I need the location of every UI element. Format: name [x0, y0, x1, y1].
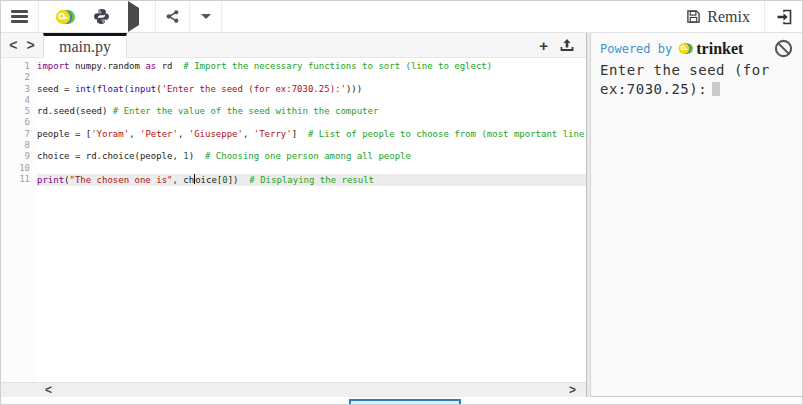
main-split: < > main.py + — [1, 33, 802, 397]
tab-next-button[interactable]: > — [27, 38, 35, 52]
trinket-brand-link[interactable]: trinket — [696, 40, 743, 58]
line-number: 9 — [1, 151, 30, 162]
upload-file-button[interactable] — [560, 38, 574, 52]
play-icon — [128, 1, 139, 32]
line-number-gutter: 1234567891011 — [1, 58, 37, 382]
tab-bar: < > main.py + — [1, 33, 586, 58]
line-number: 2 — [1, 72, 30, 83]
signin-button[interactable] — [764, 1, 802, 32]
powered-by-link[interactable]: Powered by — [600, 42, 672, 56]
code-line[interactable]: print("The chosen one is", choice[0]) # … — [37, 174, 586, 186]
line-number: 11 — [1, 174, 30, 185]
code-token: rd — [156, 61, 183, 71]
line-number: 4 — [1, 95, 30, 106]
code-token: 'Giuseppe' — [189, 129, 243, 139]
toolbar-spacer — [222, 1, 672, 32]
line-number: 3 — [1, 84, 30, 95]
trinket-embed-frame: Remix < > main.py — [0, 0, 803, 405]
code-token: oice[ — [195, 175, 222, 185]
code-token: # Enter the value of the seed within the… — [113, 106, 379, 116]
code-token: ]) — [228, 175, 250, 185]
plus-icon: + — [539, 38, 548, 53]
upload-icon — [560, 38, 574, 52]
toolbar: Remix — [1, 1, 802, 33]
horizontal-scrollbar[interactable]: < > — [1, 382, 586, 397]
code-token: # Import the necessary functions to sort… — [183, 61, 492, 71]
chevron-down-icon — [201, 14, 211, 19]
code-token: int — [75, 84, 91, 94]
code-lines: import numpy.random as rd # Import the n… — [37, 58, 586, 382]
share-icon — [165, 9, 180, 24]
trinket-logo-icon[interactable] — [55, 7, 75, 27]
code-token: ))) — [346, 84, 362, 94]
line-number: 5 — [1, 106, 30, 117]
add-file-button[interactable]: + — [539, 38, 548, 53]
python-logo-icon[interactable] — [93, 8, 110, 25]
code-token: rd.seed(seed) — [37, 106, 113, 116]
code-token: ] — [292, 129, 308, 139]
code-token: ) — [189, 151, 205, 161]
code-token: import — [37, 61, 70, 71]
clipped-element — [349, 399, 461, 405]
code-token: numpy.random — [70, 61, 146, 71]
code-token: people = [ — [37, 129, 91, 139]
editor-actions: + — [539, 33, 586, 57]
code-token: # List of people to choose from (most mp… — [308, 129, 586, 139]
signin-arrow-icon — [776, 9, 792, 25]
code-token: choice = rd.choice(people, — [37, 151, 183, 161]
line-number: 6 — [1, 117, 30, 128]
editor-pane: < > main.py + — [1, 33, 586, 397]
console-output[interactable]: Enter the seed (for ex:7030.25): — [591, 60, 802, 100]
menu-button[interactable] — [1, 1, 39, 32]
code-token: seed = — [37, 84, 75, 94]
circle-slash-icon — [774, 39, 793, 58]
line-number: 10 — [1, 163, 30, 174]
hamburger-icon — [11, 10, 28, 23]
code-line[interactable]: seed = int(float(input('Enter the seed (… — [37, 84, 586, 95]
code-token: 'Terry' — [254, 129, 292, 139]
tab-label: main.py — [59, 38, 111, 56]
tab-nav: < > — [1, 33, 43, 57]
code-line[interactable] — [37, 72, 586, 83]
scroll-right-button[interactable]: > — [569, 384, 576, 396]
share-button[interactable] — [156, 1, 190, 32]
code-line[interactable] — [37, 117, 586, 128]
code-token: , — [129, 129, 140, 139]
code-line[interactable] — [37, 163, 586, 174]
line-number: 8 — [1, 140, 30, 151]
code-token: 'Enter the seed (for ex:7030.25):' — [162, 84, 346, 94]
code-token: 'Yoram' — [91, 129, 129, 139]
code-token: , — [243, 129, 254, 139]
scroll-left-button[interactable]: < — [45, 384, 52, 396]
tab-bar-spacer — [127, 33, 539, 57]
code-token: "The chosen one is" — [70, 175, 173, 185]
code-token: 'Peter' — [140, 129, 178, 139]
code-line[interactable]: choice = rd.choice(people, 1) # Choosing… — [37, 151, 586, 162]
more-options-button[interactable] — [190, 1, 222, 32]
code-token: float — [97, 84, 124, 94]
code-line[interactable]: import numpy.random as rd # Import the n… — [37, 61, 586, 72]
line-number: 7 — [1, 129, 30, 140]
code-token: , — [178, 129, 189, 139]
line-number: 1 — [1, 61, 30, 72]
toolbar-icon-group — [39, 1, 156, 32]
code-line[interactable] — [37, 140, 586, 151]
run-button[interactable] — [128, 8, 139, 26]
code-line[interactable]: rd.seed(seed) # Enter the value of the s… — [37, 106, 586, 117]
footer-strip — [1, 397, 802, 404]
code-token: # Displaying the result — [249, 175, 374, 185]
tab-prev-button[interactable]: < — [9, 38, 17, 52]
stop-button[interactable] — [774, 39, 793, 58]
remix-button[interactable]: Remix — [672, 1, 764, 32]
console-input-cursor[interactable] — [712, 82, 720, 96]
output-pane: Powered by trinket — [591, 33, 802, 397]
code-token: input — [129, 84, 156, 94]
remix-label: Remix — [707, 8, 750, 26]
code-line[interactable] — [37, 95, 586, 106]
trinket-mini-logo-icon[interactable] — [678, 41, 693, 56]
code-editor[interactable]: 1234567891011 import numpy.random as rd … — [1, 58, 586, 382]
code-token: # Choosing one person among all people — [205, 151, 411, 161]
code-token: , ch — [172, 175, 194, 185]
code-line[interactable]: people = ['Yoram', 'Peter', 'Giuseppe', … — [37, 129, 586, 140]
tab-main-py[interactable]: main.py — [43, 33, 127, 58]
